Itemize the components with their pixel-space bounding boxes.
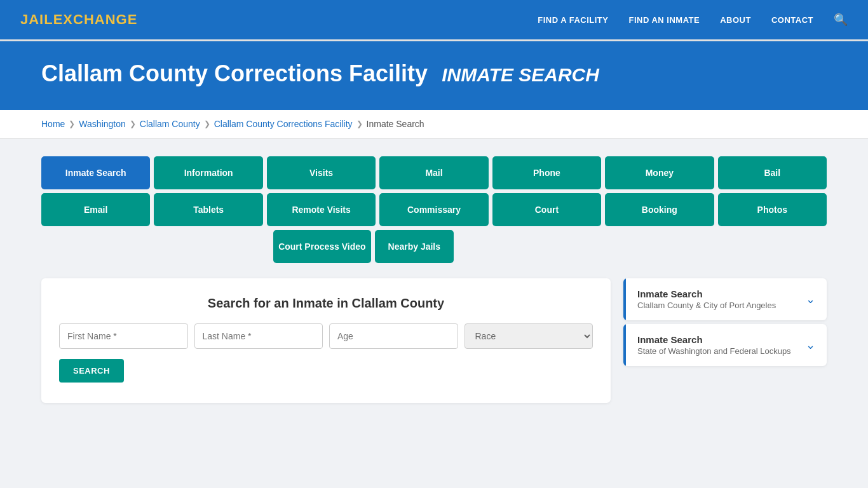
sidebar-card-1: Inmate Search Clallam County & City of P… [623, 278, 827, 320]
navbar: JAILEXCHANGE FIND A FACILITY FIND AN INM… [0, 0, 868, 41]
tab-remote-visits[interactable]: Remote Visits [267, 193, 376, 226]
tab-booking[interactable]: Booking [605, 193, 714, 226]
age-input[interactable] [329, 323, 458, 349]
search-inputs: Race White Black Hispanic Asian Native A… [59, 323, 593, 349]
race-select[interactable]: Race White Black Hispanic Asian Native A… [465, 323, 593, 349]
chevron-down-icon-2: ⌄ [806, 338, 815, 352]
first-name-input[interactable] [59, 323, 188, 349]
search-form-title: Search for an Inmate in Clallam County [59, 296, 593, 311]
breadcrumb-sep-2: ❯ [130, 119, 136, 128]
nav-about[interactable]: ABOUT [720, 15, 751, 25]
breadcrumb-facility[interactable]: Clallam County Corrections Facility [214, 119, 353, 129]
logo-jail: JAIL [20, 11, 53, 27]
tab-phone[interactable]: Phone [492, 156, 601, 189]
breadcrumb-washington[interactable]: Washington [79, 119, 125, 129]
tab-information[interactable]: Information [154, 156, 262, 189]
tab-nearby-jails[interactable]: Nearby Jails [375, 230, 454, 263]
breadcrumb-bar: Home ❯ Washington ❯ Clallam County ❯ Cla… [0, 110, 868, 139]
tab-email[interactable]: Email [41, 193, 150, 226]
site-logo[interactable]: JAILEXCHANGE [20, 11, 137, 28]
tab-visits[interactable]: Visits [267, 156, 376, 189]
main-content: Inmate Search Information Visits Mail Ph… [21, 139, 847, 421]
search-form-card: Search for an Inmate in Clallam County R… [41, 278, 611, 403]
sidebar-item-clallam[interactable]: Inmate Search Clallam County & City of P… [623, 278, 827, 320]
tab-tablets[interactable]: Tablets [154, 193, 262, 226]
sidebar: Inmate Search Clallam County & City of P… [623, 278, 827, 370]
tab-inmate-search[interactable]: Inmate Search [41, 156, 150, 189]
breadcrumb-home[interactable]: Home [41, 119, 65, 129]
breadcrumb-current: Inmate Search [367, 119, 424, 129]
sidebar-card-2: Inmate Search State of Washington and Fe… [623, 324, 827, 366]
tab-money[interactable]: Money [605, 156, 714, 189]
breadcrumb-sep-1: ❯ [69, 119, 75, 128]
page-title: Clallam County Corrections Facility INMA… [41, 60, 827, 87]
sidebar-item-washington-sub: State of Washington and Federal Lockups [637, 346, 791, 356]
search-icon[interactable]: 🔍 [834, 13, 848, 27]
nav-find-inmate[interactable]: FIND AN INMATE [628, 15, 700, 25]
sidebar-item-washington[interactable]: Inmate Search State of Washington and Fe… [623, 324, 827, 366]
chevron-down-icon: ⌄ [806, 292, 815, 306]
last-name-input[interactable] [194, 323, 323, 349]
sidebar-item-clallam-label: Inmate Search [637, 288, 776, 299]
tabs-row3: Court Process Video Nearby Jails [41, 230, 827, 263]
tab-court[interactable]: Court [492, 193, 601, 226]
tab-mail[interactable]: Mail [379, 156, 488, 189]
breadcrumb-sep-3: ❯ [204, 119, 210, 128]
nav-contact[interactable]: CONTACT [771, 15, 813, 25]
hero-section: Clallam County Corrections Facility INMA… [0, 41, 868, 110]
breadcrumb-sep-4: ❯ [356, 119, 363, 128]
nav-find-facility[interactable]: FIND A FACILITY [538, 15, 608, 25]
breadcrumb-clallam-county[interactable]: Clallam County [140, 119, 200, 129]
lower-section: Search for an Inmate in Clallam County R… [41, 278, 827, 403]
tab-court-process-video[interactable]: Court Process Video [273, 230, 370, 263]
tab-bail[interactable]: Bail [718, 156, 827, 189]
tabs-row2: Email Tablets Remote Visits Commissary C… [41, 193, 827, 226]
breadcrumb: Home ❯ Washington ❯ Clallam County ❯ Cla… [41, 119, 827, 129]
search-button[interactable]: SEARCH [59, 359, 124, 383]
nav-links: FIND A FACILITY FIND AN INMATE ABOUT CON… [538, 13, 848, 27]
logo-exchange: EXCHANGE [53, 11, 138, 27]
tabs-row1: Inmate Search Information Visits Mail Ph… [41, 156, 827, 189]
tab-commissary[interactable]: Commissary [379, 193, 488, 226]
tab-photos[interactable]: Photos [718, 193, 827, 226]
sidebar-item-washington-label: Inmate Search [637, 334, 791, 345]
sidebar-item-clallam-sub: Clallam County & City of Port Angeles [637, 301, 776, 310]
